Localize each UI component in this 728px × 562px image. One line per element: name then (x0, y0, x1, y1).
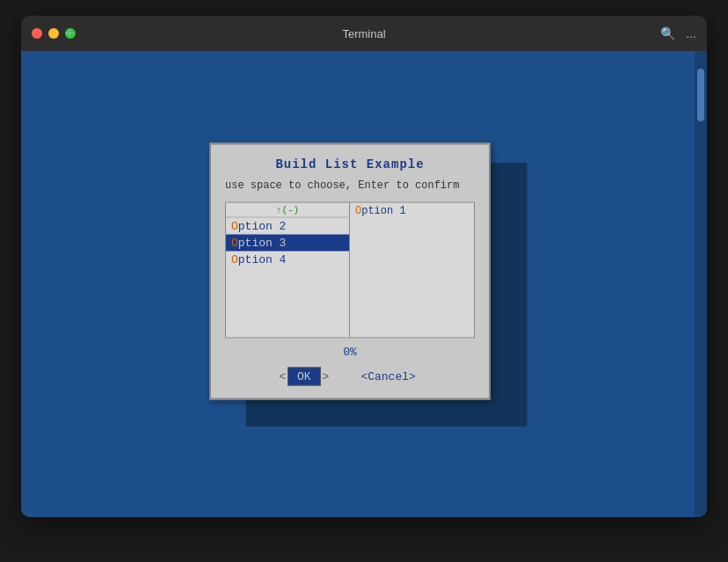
terminal-body: Build List Example use space to choose, … (21, 51, 707, 517)
more-icon[interactable]: ... (686, 26, 696, 40)
ok-left-angle: < (279, 369, 286, 383)
ok-button[interactable]: OK (288, 367, 321, 385)
dialog-buttons: < OK > <Cancel> (225, 367, 475, 385)
add-tab-button[interactable]: + (65, 25, 75, 43)
list-item-option4[interactable]: Option 4 (226, 251, 349, 267)
build-list-dialog: Build List Example use space to choose, … (209, 143, 491, 400)
right-list: Option 1 (350, 202, 474, 337)
option4-rest: ption 4 (238, 252, 287, 266)
scrollbar-track[interactable] (695, 51, 707, 517)
list-area: ↑(-) Option 2 Option 3 Option 4 (225, 201, 475, 338)
minimize-button[interactable] (48, 28, 59, 39)
dialog-instruction: use space to choose, Enter to confirm (225, 179, 475, 193)
dialog-title: Build List Example (225, 157, 475, 172)
left-list: ↑(-) Option 2 Option 3 Option 4 (226, 202, 350, 337)
list-item-option2[interactable]: Option 2 (226, 217, 349, 234)
option3-first-char: O (231, 236, 238, 249)
titlebar: + Terminal 🔍 ... (21, 16, 707, 51)
list-item-option3[interactable]: Option 3 (226, 234, 349, 251)
search-icon[interactable]: 🔍 (660, 26, 675, 40)
cancel-button[interactable]: <Cancel> (355, 367, 420, 385)
ok-right-angle: > (323, 369, 330, 383)
ok-wrapper: < OK > (279, 367, 329, 385)
right-list-header: Option 1 (350, 202, 474, 218)
titlebar-actions: 🔍 ... (660, 26, 696, 40)
option3-rest: ption 3 (238, 236, 287, 249)
option2-rest: ption 2 (238, 219, 287, 232)
progress-area: 0% (225, 345, 475, 358)
option4-first-char: O (231, 252, 238, 266)
progress-value: 0% (343, 345, 357, 358)
terminal-window: + Terminal 🔍 ... Build List Example use … (21, 16, 707, 517)
option1-rest: ption 1 (361, 204, 405, 216)
option2-first-char: O (231, 219, 238, 232)
list-header: ↑(-) (226, 202, 349, 217)
window-title: Terminal (342, 27, 385, 40)
close-button[interactable] (32, 28, 42, 39)
scrollbar-thumb[interactable] (697, 69, 704, 121)
